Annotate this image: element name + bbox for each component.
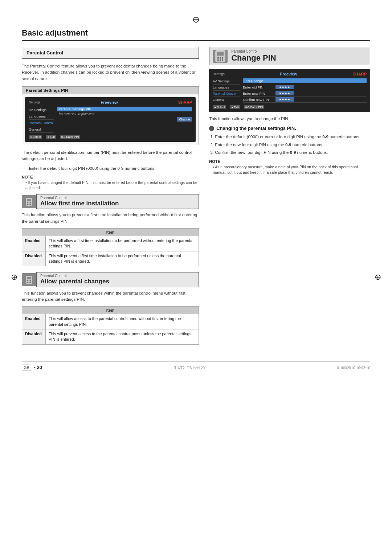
- first-install-table-header: Item: [22, 228, 199, 236]
- enabled-text-2: This will allow access to the parental c…: [46, 314, 199, 329]
- tv-pin-confirm-value: ● ● ● ●: [275, 97, 294, 102]
- step-3-bold: 0-9: [290, 150, 296, 155]
- first-install-parental-label: Parental Control: [40, 196, 195, 200]
- tv-change-btn-area: Change: [57, 117, 192, 122]
- default-pin-text: The default personal identification numb…: [22, 149, 199, 162]
- tv-right-content: PIN Change Enter old PIN ● ● ● ● Enter n…: [240, 78, 367, 103]
- tv-screen-right: Settings Freeview SHARP AV Settings Lang…: [209, 69, 370, 112]
- step-3-text: Confirm the new four digit PIN using the…: [215, 150, 328, 155]
- tv-settings-label: Settings: [29, 100, 41, 104]
- tv-pin-new-label: Enter new PIN: [243, 91, 275, 95]
- step-1-text: Enter the default (0000) or current four…: [215, 135, 360, 139]
- note-bullet: •: [25, 180, 28, 185]
- first-install-table: Item Enabled This will allow a first tim…: [22, 228, 199, 267]
- tv-pin-row-new: Enter new PIN ● ● ● ●: [243, 90, 367, 97]
- settings-pin-box: Parental Settings PIN Settings Freeview …: [22, 86, 199, 145]
- tv-menu-general: General: [29, 126, 54, 133]
- tv-btn-exit: ● Exit: [46, 135, 56, 139]
- right-column: Parental Control Change PIN Settings Fre…: [209, 47, 370, 350]
- tv-right-settings-label: Settings: [213, 72, 225, 76]
- svg-rect-1: [27, 199, 31, 201]
- tv-pin-confirm-label: Confirm new PIN: [243, 98, 275, 102]
- first-install-header: Parental Control Allow first time instal…: [22, 194, 199, 209]
- note-label-left: NOTE: [22, 175, 199, 179]
- svg-point-5: [27, 204, 28, 205]
- compass-top-icon: ⊕: [192, 15, 200, 24]
- remote-icon-1: [24, 197, 34, 206]
- table-row: Disabled This will prevent a first time …: [22, 251, 199, 266]
- tv-pin-row-confirm: Confirm new PIN ● ● ● ●: [243, 97, 367, 103]
- svg-point-18: [217, 57, 219, 59]
- parental-control-header-box: Parental Control: [22, 47, 199, 59]
- left-column: Parental Control The Parental Control fe…: [22, 47, 199, 350]
- svg-point-4: [30, 202, 31, 203]
- step-2-bold: 0-9: [285, 143, 291, 147]
- allow-changes-parental-label: Parental Control: [40, 274, 195, 278]
- enabled-text-1: This will allow a first time installatio…: [46, 236, 199, 251]
- svg-point-14: [29, 282, 30, 283]
- tv-pin-highlighted: Parental Settings PIN: [57, 107, 192, 111]
- parental-control-title: Parental Control: [26, 50, 63, 56]
- allow-changes-section: Parental Control Allow parental changes …: [22, 272, 199, 344]
- table-row: Enabled This will allow a first time ins…: [22, 236, 199, 251]
- note-text-right: • As a precautionary measure, make a not…: [213, 164, 370, 175]
- tv-pin-old-value: ● ● ● ●: [275, 85, 294, 89]
- disabled-text-1: This will prevent a first time installat…: [46, 251, 199, 266]
- remote-icon-3: [213, 49, 228, 63]
- svg-point-13: [27, 282, 28, 283]
- enter-default-text: Enter the default four digit PIN (0000) …: [29, 165, 199, 172]
- change-pin-labels: Parental Control Change PIN: [231, 49, 366, 63]
- intro-text: The Parental Control feature allows you …: [22, 63, 199, 82]
- step-1: Enter the default (0000) or current four…: [215, 134, 370, 140]
- tv-pin-change-highlighted: PIN Change: [243, 78, 367, 83]
- svg-point-21: [217, 59, 219, 61]
- tv-right-btn-exit: ● Exit: [230, 105, 240, 109]
- tv-right-menu: AV Settings Languages Parental Control G…: [213, 78, 367, 103]
- compass-left-icon: ⊕: [11, 272, 17, 282]
- steps-list: Enter the default (0000) or current four…: [215, 134, 370, 156]
- allow-changes-icon: [22, 273, 36, 286]
- tv-menu-parental: Parental Control: [29, 120, 54, 126]
- change-pin-parental-label: Parental Control: [231, 49, 366, 53]
- step-2-text: Enter the new four digit PIN using the 0…: [215, 143, 323, 147]
- svg-point-11: [29, 280, 30, 282]
- tv-change-btn: Change: [177, 117, 192, 122]
- bullet-heading: Changing the parental settings PIN.: [209, 126, 370, 131]
- tv-menu-av: AV Settings: [29, 107, 54, 113]
- tv-right-bottom: ● Select ● Exit 0-9 Enter PIN: [213, 105, 367, 109]
- note-block-right: NOTE • As a precautionary measure, make …: [209, 159, 370, 175]
- right-note-content: As a precautionary measure, make a note …: [213, 165, 358, 175]
- first-install-section: Parental Control Allow first time instal…: [22, 194, 199, 266]
- svg-point-6: [29, 204, 30, 205]
- page-footer: GB - 20 TU-T2_GB.indd 20 01/06/2010 16:0…: [22, 361, 370, 370]
- date-info: 01/06/2010 16:03:10: [337, 366, 370, 370]
- tv-sharp-logo: SHARP: [178, 100, 192, 104]
- tv-pin-row-old: Enter old PIN ● ● ● ●: [243, 84, 367, 90]
- tv-menu: AV Settings Languages Parental Control G…: [29, 107, 192, 133]
- tv-right-btn-select: ● Select: [213, 105, 226, 109]
- enabled-label-1: Enabled: [22, 236, 46, 251]
- allow-changes-body: This function allows you to prevent chan…: [22, 290, 199, 303]
- change-pin-icon: [213, 50, 228, 63]
- tv-btn-pin: 0-9 Enter PIN: [60, 135, 80, 139]
- tv-right-freeview: Freeview: [280, 72, 297, 76]
- svg-rect-17: [217, 52, 224, 56]
- function-text: This function allows you to change the P…: [209, 116, 370, 122]
- tv-screen-left: Settings Freeview SHARP AV Settings Lang…: [25, 97, 196, 142]
- disabled-label-1: Disabled: [22, 251, 46, 266]
- tv-freeview-logo: Freeview: [101, 100, 118, 104]
- svg-point-20: [222, 57, 224, 59]
- table-row: Disabled This will prevent access to the…: [22, 329, 199, 345]
- change-pin-header: Parental Control Change PIN: [209, 47, 370, 65]
- step-3: Confirm the new four digit PIN using the…: [215, 149, 370, 156]
- note-label-right: NOTE: [209, 159, 370, 164]
- tv-right-btn-pin: 0-9 Enter PIN: [244, 105, 264, 109]
- allow-changes-label-box: Parental Control Allow parental changes: [36, 272, 199, 287]
- change-pin-title: Change PIN: [231, 53, 366, 63]
- remote-icon-2: [24, 275, 34, 284]
- note-text-left: • If you have changed the default PIN, t…: [25, 180, 199, 190]
- enabled-label-2: Enabled: [22, 314, 46, 329]
- svg-point-3: [29, 202, 30, 203]
- tv-right-general: General: [213, 97, 240, 103]
- tv-right-parental: Parental Control: [213, 91, 240, 97]
